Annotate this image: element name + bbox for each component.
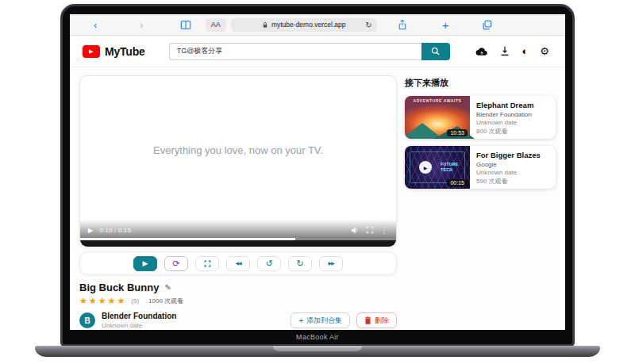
skip-back-button[interactable]: ↺ — [257, 256, 281, 271]
up-next-title: Elephant Dream — [476, 101, 533, 109]
mytube-logo[interactable]: ▶ MyTube — [83, 45, 145, 58]
brand-name: MyTube — [105, 45, 145, 58]
video-title-row: Big Buck Bunny ✎ — [79, 282, 397, 293]
channel-avatar[interactable]: B — [79, 312, 95, 328]
tab-overview-icon[interactable] — [482, 20, 492, 30]
thumbnail-play-icon: ▶ — [419, 161, 432, 174]
macbook-mockup: ‹ › AA mytube-demo.vercel.app ↻ + — [0, 0, 635, 364]
up-next-sidebar: 接下来播放 ADVENTURE AWAITS 10:53 Elephant Dr… — [405, 75, 556, 330]
duration-badge: 00:15 — [447, 179, 468, 186]
search-form — [169, 43, 450, 60]
video-title: Big Buck Bunny — [79, 282, 159, 293]
thumbnail-caption: ADVENTURE AWAITS — [405, 98, 470, 103]
custom-controls-bar: ▶ ⟳ ◀◀ ↺ ↻ ▶▶ — [79, 251, 397, 275]
video-player[interactable]: Everything you love, now on your TV. ▶ 0… — [79, 75, 397, 247]
up-next-date: Unknown date — [476, 169, 541, 176]
up-next-video-card[interactable]: ▶ FUTURE TECH 00:15 For Bigger Blazes Go… — [405, 146, 556, 189]
duration-badge: 10:53 — [447, 129, 468, 136]
browser-forward-button[interactable]: › — [140, 20, 143, 30]
address-bar[interactable]: mytube-demo.vercel.app ↻ — [231, 18, 377, 32]
edit-title-icon[interactable]: ✎ — [164, 283, 171, 292]
volume-icon[interactable] — [351, 226, 360, 235]
thumbnail-caption: FUTURE TECH — [441, 162, 464, 173]
video-thumbnail: ADVENTURE AWAITS 10:53 — [405, 96, 470, 139]
player-more-icon[interactable]: ⋮ — [380, 226, 388, 235]
cloud-upload-icon[interactable] — [475, 47, 488, 56]
share-icon[interactable] — [398, 19, 407, 30]
laptop-screen-bezel: ‹ › AA mytube-demo.vercel.app ↻ + — [60, 4, 575, 347]
reader-mode-button[interactable]: AA — [206, 18, 226, 32]
player-overlay-message: Everything you love, now on your TV. — [80, 144, 396, 156]
theme-toggle-icon[interactable]: ◐ — [521, 46, 528, 56]
rating-row: ★★★★★ (5) 1000 次观看 — [79, 296, 397, 306]
trash-icon — [364, 316, 371, 324]
sidebar-book-icon[interactable] — [180, 20, 191, 30]
up-next-title: For Bigger Blazes — [476, 151, 541, 159]
player-fullscreen-icon[interactable] — [366, 226, 374, 234]
video-thumbnail: ▶ FUTURE TECH 00:15 — [405, 146, 470, 189]
skip-forward-button[interactable]: ↻ — [288, 256, 312, 271]
mytube-play-icon: ▶ — [83, 45, 100, 58]
star-rating[interactable]: ★★★★★ — [79, 296, 126, 306]
add-to-collection-button[interactable]: + 添加到合集 — [291, 312, 350, 328]
fullscreen-button[interactable] — [195, 256, 219, 271]
view-count: 1000 次观看 — [148, 297, 183, 305]
play-button[interactable]: ▶ — [133, 256, 157, 271]
channel-name: Blender Foundation — [102, 312, 176, 320]
fullscreen-icon — [204, 260, 211, 267]
up-next-channel: Blender Foundation — [476, 111, 533, 118]
up-next-heading: 接下来播放 — [405, 77, 556, 89]
up-next-views: 590 次观看 — [476, 177, 541, 186]
player-timecode: 0:10 / 0:15 — [99, 227, 131, 234]
up-next-views: 800 次观看 — [476, 127, 533, 136]
up-next-channel: Google — [476, 161, 541, 168]
screen-content: ‹ › AA mytube-demo.vercel.app ↻ + — [70, 14, 565, 330]
browser-back-button[interactable]: ‹ — [94, 20, 97, 30]
main-content: Everything you love, now on your TV. ▶ 0… — [70, 67, 565, 330]
header-icon-group: ◐ ⚙ — [475, 46, 552, 56]
laptop-base — [35, 346, 600, 357]
player-letterbox — [80, 240, 396, 247]
search-icon — [430, 46, 441, 56]
fast-forward-button[interactable]: ▶▶ — [319, 256, 343, 271]
player-play-icon[interactable]: ▶ — [88, 227, 93, 234]
lock-icon — [262, 21, 268, 29]
rewind-button[interactable]: ◀◀ — [226, 256, 250, 271]
search-button[interactable] — [421, 43, 450, 60]
channel-row: B Blender Foundation Unknown date + 添加到合… — [79, 312, 397, 329]
url-text: mytube-demo.vercel.app — [271, 21, 346, 29]
browser-toolbar: ‹ › AA mytube-demo.vercel.app ↻ + — [70, 14, 565, 36]
settings-gear-icon[interactable]: ⚙ — [540, 46, 549, 56]
delete-button[interactable]: 删除 — [356, 312, 397, 328]
player-column: Everything you love, now on your TV. ▶ 0… — [79, 75, 397, 330]
site-header: ▶ MyTube — [70, 36, 565, 67]
search-input[interactable] — [169, 43, 421, 60]
new-tab-button[interactable]: + — [442, 18, 449, 32]
upload-date: Unknown date — [102, 322, 176, 329]
laptop-brand-label: MacBook Air — [70, 330, 565, 344]
reload-icon[interactable]: ↻ — [365, 21, 371, 29]
loop-button[interactable]: ⟳ — [164, 256, 188, 271]
up-next-video-card[interactable]: ADVENTURE AWAITS 10:53 Elephant Dream Bl… — [405, 96, 556, 139]
up-next-date: Unknown date — [476, 119, 533, 126]
download-icon[interactable] — [500, 46, 510, 56]
plus-icon: + — [298, 316, 303, 325]
rating-count: (5) — [131, 297, 139, 305]
